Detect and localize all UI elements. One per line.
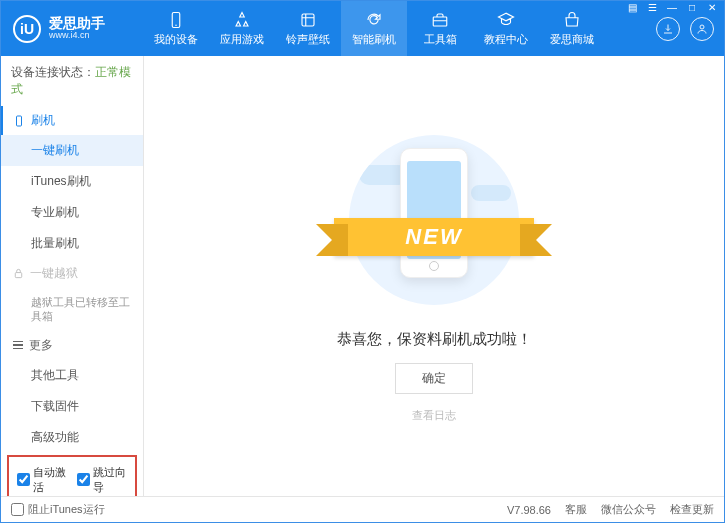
category-flash[interactable]: 刷机 — [1, 106, 143, 135]
block-itunes-checkbox[interactable]: 阻止iTunes运行 — [11, 502, 105, 517]
success-message: 恭喜您，保资料刷机成功啦！ — [337, 330, 532, 349]
nav-my-device[interactable]: 我的设备 — [143, 1, 209, 56]
sidebar-item-pro[interactable]: 专业刷机 — [1, 197, 143, 228]
sidebar-item-batch[interactable]: 批量刷机 — [1, 228, 143, 259]
checkbox-label: 自动激活 — [33, 465, 67, 495]
category-label: 更多 — [29, 337, 53, 354]
customer-service-link[interactable]: 客服 — [565, 502, 587, 517]
phone-icon — [167, 11, 185, 29]
graduation-icon — [497, 11, 515, 29]
nav-label: 应用游戏 — [220, 32, 264, 47]
category-jailbreak: 一键越狱 — [1, 259, 143, 288]
sidebar-item-firmware[interactable]: 下载固件 — [1, 391, 143, 422]
apps-icon — [233, 11, 251, 29]
nav-flash[interactable]: 智能刷机 — [341, 1, 407, 56]
svg-rect-2 — [302, 14, 314, 26]
logo-icon: iU — [13, 15, 41, 43]
wallpaper-icon — [299, 11, 317, 29]
phone-small-icon — [13, 115, 25, 127]
close-icon[interactable]: ✕ — [705, 2, 719, 13]
jailbreak-note: 越狱工具已转移至工具箱 — [1, 288, 143, 331]
category-label: 刷机 — [31, 112, 55, 129]
titlebar: iU 爱思助手 www.i4.cn 我的设备 应用游戏 铃声壁纸 智能刷机 — [1, 1, 724, 56]
nav-toolbox[interactable]: 工具箱 — [407, 1, 473, 56]
nav-label: 爱思商城 — [550, 32, 594, 47]
maximize-icon[interactable]: □ — [685, 2, 699, 13]
download-icon — [662, 23, 674, 35]
success-illustration: NEW — [344, 130, 524, 310]
check-update-link[interactable]: 检查更新 — [670, 502, 714, 517]
nav-label: 铃声壁纸 — [286, 32, 330, 47]
version-label: V7.98.66 — [507, 504, 551, 516]
store-icon — [563, 11, 581, 29]
user-icon — [696, 23, 708, 35]
wechat-link[interactable]: 微信公众号 — [601, 502, 656, 517]
svg-rect-3 — [433, 17, 447, 26]
svg-point-1 — [175, 24, 177, 26]
nav-label: 教程中心 — [484, 32, 528, 47]
sidebar: 设备连接状态：正常模式 刷机 一键刷机 iTunes刷机 专业刷机 批量刷机 一… — [1, 56, 144, 496]
top-nav: 我的设备 应用游戏 铃声壁纸 智能刷机 工具箱 教程中心 — [143, 1, 656, 56]
main-content: NEW 恭喜您，保资料刷机成功啦！ 确定 查看日志 — [144, 56, 724, 496]
nav-tutorials[interactable]: 教程中心 — [473, 1, 539, 56]
sidebar-item-advanced[interactable]: 高级功能 — [1, 422, 143, 453]
svg-rect-5 — [17, 116, 22, 126]
title-actions — [656, 17, 724, 41]
ok-button[interactable]: 确定 — [395, 363, 473, 394]
checkbox-input[interactable] — [17, 473, 30, 486]
category-more[interactable]: 更多 — [1, 331, 143, 360]
app-subtitle: www.i4.cn — [49, 31, 105, 41]
app-window: ▤ ☰ — □ ✕ iU 爱思助手 www.i4.cn 我的设备 应用游戏 铃声 — [0, 0, 725, 523]
nav-apps[interactable]: 应用游戏 — [209, 1, 275, 56]
checkbox-label: 阻止iTunes运行 — [28, 502, 105, 517]
category-label: 一键越狱 — [30, 265, 78, 282]
status-label: 设备连接状态： — [11, 65, 95, 79]
nav-label: 智能刷机 — [352, 32, 396, 47]
phone-graphic — [400, 148, 468, 278]
menu-icon[interactable]: ▤ — [625, 2, 639, 13]
app-title: 爱思助手 — [49, 16, 105, 31]
checkbox-label: 跳过向导 — [93, 465, 127, 495]
user-button[interactable] — [690, 17, 714, 41]
new-ribbon: NEW — [334, 218, 534, 256]
connection-status: 设备连接状态：正常模式 — [1, 56, 143, 106]
sidebar-item-oneclick[interactable]: 一键刷机 — [1, 135, 143, 166]
footer-right: V7.98.66 客服 微信公众号 检查更新 — [507, 502, 714, 517]
nav-store[interactable]: 爱思商城 — [539, 1, 605, 56]
window-controls: ▤ ☰ — □ ✕ — [625, 2, 719, 13]
svg-rect-6 — [15, 273, 21, 278]
refresh-icon — [365, 11, 383, 29]
lock-window-icon[interactable]: ☰ — [645, 2, 659, 13]
checkbox-input[interactable] — [77, 473, 90, 486]
footer: 阻止iTunes运行 V7.98.66 客服 微信公众号 检查更新 — [1, 496, 724, 522]
download-button[interactable] — [656, 17, 680, 41]
options-row: 自动激活 跳过向导 — [7, 455, 137, 496]
sidebar-item-other[interactable]: 其他工具 — [1, 360, 143, 391]
checkbox-skip-guide[interactable]: 跳过向导 — [77, 465, 127, 495]
checkbox-auto-activate[interactable]: 自动激活 — [17, 465, 67, 495]
menu-bars-icon — [13, 341, 23, 350]
nav-label: 我的设备 — [154, 32, 198, 47]
logo: iU 爱思助手 www.i4.cn — [13, 15, 143, 43]
lock-icon — [13, 268, 24, 279]
body: 设备连接状态：正常模式 刷机 一键刷机 iTunes刷机 专业刷机 批量刷机 一… — [1, 56, 724, 496]
minimize-icon[interactable]: — — [665, 2, 679, 13]
svg-point-4 — [700, 25, 704, 29]
sidebar-item-itunes[interactable]: iTunes刷机 — [1, 166, 143, 197]
toolbox-icon — [431, 11, 449, 29]
nav-label: 工具箱 — [424, 32, 457, 47]
view-log-link[interactable]: 查看日志 — [412, 408, 456, 423]
checkbox-input[interactable] — [11, 503, 24, 516]
nav-ringtones[interactable]: 铃声壁纸 — [275, 1, 341, 56]
